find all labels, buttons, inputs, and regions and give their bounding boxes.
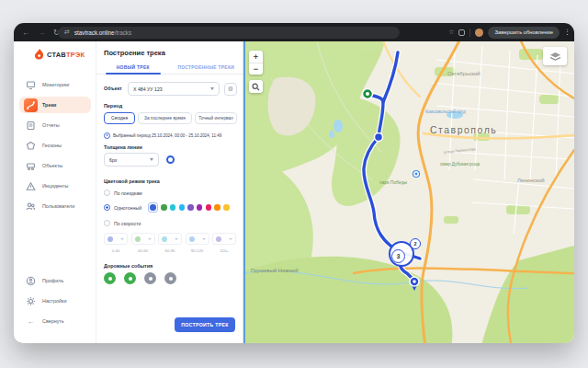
finish-update-button[interactable]: Завершить обновление [488, 27, 560, 39]
tab-new-track[interactable]: НОВЫЙ ТРЕК [96, 61, 170, 74]
zoom-controls: + − [249, 51, 263, 75]
object-select[interactable]: Х 484 УУ 123 [128, 82, 220, 96]
track-cluster-marker[interactable]: 3 [391, 249, 405, 263]
collapse-arrow-icon: ← [24, 315, 38, 328]
sidebar-item-geozones[interactable]: Геозоны [19, 137, 91, 154]
flame-icon [34, 49, 44, 60]
clock-icon [104, 132, 110, 139]
thickness-label: Толщина линии [104, 144, 142, 150]
period-label: Период [104, 103, 122, 109]
speed-color-select-1[interactable] [104, 233, 128, 245]
speed-range-label: 0-40 [104, 248, 128, 253]
period-summary: Выбранный период 25.10.2024, 00:00 - 25.… [104, 132, 240, 139]
sidebar-item-profile[interactable]: Профиль [19, 272, 91, 289]
chevron-down-icon [150, 158, 153, 161]
radio-by-speed[interactable]: По скорости [104, 220, 141, 226]
browser-chrome: ← → ↻ ⇄ stavtrack.online /tracks ☆ Завер… [14, 23, 574, 41]
sidebar-item-tracks[interactable]: Треки [19, 97, 91, 113]
sidebar-item-incidents[interactable]: Инциденты [19, 178, 91, 194]
event-toggle-1[interactable] [104, 272, 116, 284]
object-value: Х 484 УУ 123 [133, 86, 163, 92]
track-cluster-marker-2[interactable]: 2 [410, 238, 421, 249]
radio-icon-selected [104, 204, 110, 211]
color-swatch[interactable] [223, 204, 230, 211]
back-icon[interactable]: ← [22, 29, 29, 37]
map-label-square: сквер Дубовая роща [440, 162, 480, 167]
alert-icon [24, 179, 38, 193]
period-chip-today[interactable]: Сегодня [104, 112, 135, 124]
bookmark-star-icon[interactable]: ☆ [448, 29, 454, 36]
build-track-button[interactable]: ПОСТРОИТЬ ТРЕК [175, 317, 235, 332]
speed-range-label: 60-90 [158, 248, 182, 253]
zoom-in-button[interactable]: + [249, 51, 263, 63]
zoom-out-button[interactable]: − [249, 63, 263, 75]
color-swatch[interactable] [179, 204, 186, 211]
map-tiles [243, 41, 574, 343]
sidebar-item-objects[interactable]: Объекты [19, 157, 91, 174]
sidebar-item-settings[interactable]: Настройки [19, 293, 91, 309]
color-swatch[interactable] [170, 204, 176, 211]
sidebar-item-users[interactable]: Пользователи [19, 198, 91, 214]
period-chip-interval[interactable]: Точный интервал [195, 112, 237, 124]
forward-icon[interactable]: → [38, 29, 45, 37]
event-toggle-4[interactable] [164, 272, 176, 284]
radio-icon [104, 190, 110, 196]
monitor-icon [24, 78, 38, 92]
radio-by-trips[interactable]: По поездкам [104, 190, 142, 196]
browser-window: ← → ↻ ⇄ stavtrack.online /tracks ☆ Завер… [14, 23, 574, 343]
color-swatch-selected[interactable] [148, 202, 158, 213]
sidebar-item-reports[interactable]: Отчеты [19, 117, 91, 133]
color-swatch[interactable] [197, 204, 203, 211]
period-chip-recent[interactable]: За последнее время [138, 112, 192, 124]
address-bar[interactable]: ⇄ stavtrack.online /tracks [58, 27, 400, 39]
map-label-district: Октябрьский [447, 71, 481, 76]
sidebar-item-collapse[interactable]: ← Свернуть [19, 313, 91, 329]
browser-menu-icon[interactable]: ⋮ [564, 29, 571, 36]
users-icon [24, 200, 38, 213]
color-swatch[interactable] [161, 204, 167, 211]
radio-solid-color[interactable]: Однотонный [104, 204, 141, 211]
extensions-icon[interactable] [458, 29, 465, 36]
sidebar-item-monitoring[interactable]: Мониторинг [19, 76, 91, 93]
thickness-select[interactable]: 6px [104, 153, 159, 167]
speed-color-select-2[interactable] [131, 233, 155, 245]
map-left-divider [243, 41, 245, 343]
color-swatch[interactable] [187, 204, 194, 211]
geozone-icon [24, 139, 38, 153]
profile-avatar[interactable] [475, 29, 483, 37]
speed-color-select-4[interactable] [186, 233, 209, 245]
speed-range-label: 120+ [212, 248, 236, 253]
layers-icon [549, 52, 561, 62]
color-swatch[interactable] [214, 204, 220, 211]
map-label-pond: Комсомольский пруд [425, 109, 466, 114]
track-color-preview[interactable] [166, 155, 175, 164]
tab-bar: НОВЫЙ ТРЕК ПОСТРОЕННЫЕ ТРЕКИ [96, 61, 243, 75]
radio-icon [104, 220, 110, 226]
speed-color-select-3[interactable] [158, 233, 182, 245]
map-layers-button[interactable] [543, 47, 567, 65]
tab-built-tracks[interactable]: ПОСТРОЕННЫЕ ТРЕКИ [170, 61, 243, 74]
event-toggle-3[interactable] [144, 272, 156, 284]
profile-icon [24, 274, 38, 288]
page-title: Построение трека [104, 49, 165, 57]
map-canvas[interactable]: Ставрополь Октябрьский Ленинский Грушевы… [243, 41, 574, 343]
url-path: /tracks [115, 29, 132, 36]
vehicle-icon [24, 159, 38, 173]
map-search-button[interactable] [249, 80, 263, 93]
track-waypoint-marker [375, 133, 383, 142]
logo-text: СТАВТРЭК [47, 51, 85, 59]
map-label-park: парк Победы [379, 179, 407, 185]
divider [469, 29, 470, 37]
color-mode-label: Цветовой режим трека [104, 178, 160, 184]
color-swatch[interactable] [206, 204, 212, 211]
gear-icon [24, 294, 38, 308]
url-host: stavtrack.online [74, 29, 115, 36]
map-label-city: Ставрополь [430, 124, 497, 135]
object-settings-button[interactable]: ⚙ [224, 83, 237, 96]
app-root: СТАВТРЭК Мониторинг Треки Отчеты [14, 41, 574, 343]
app-logo[interactable]: СТАВТРЭК [34, 49, 85, 60]
swap-icon: ⇄ [64, 29, 70, 36]
event-toggle-2[interactable] [124, 272, 136, 284]
speed-color-select-5[interactable] [212, 233, 236, 245]
thickness-value: 6px [109, 157, 117, 163]
